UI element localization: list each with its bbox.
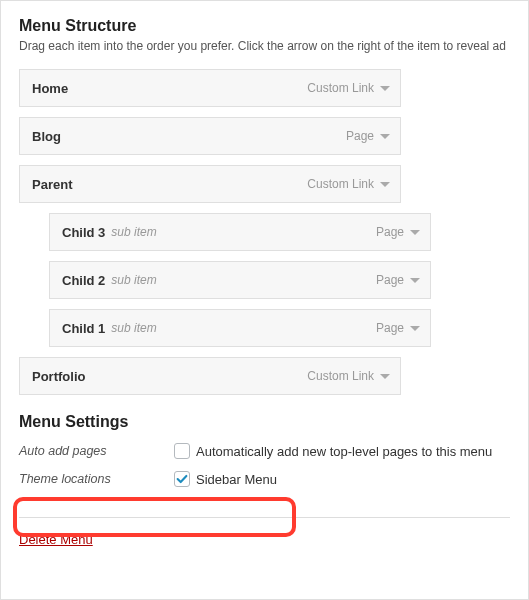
menu-item-type-label: Page	[376, 321, 404, 335]
menu-item-sub-label: sub item	[111, 321, 156, 335]
chevron-down-icon	[380, 134, 390, 139]
menu-settings-table: Auto add pages Automatically add new top…	[19, 437, 510, 493]
menu-item-title: Parent	[32, 177, 72, 192]
theme-location-text: Sidebar Menu	[196, 472, 277, 487]
menu-structure-heading: Menu Structure	[19, 17, 510, 35]
chevron-down-icon	[380, 182, 390, 187]
menu-item-title: Blog	[32, 129, 61, 144]
menu-item-type-label: Page	[346, 129, 374, 143]
menu-item-type-label: Custom Link	[307, 81, 374, 95]
menu-item-sub-label: sub item	[111, 225, 156, 239]
delete-menu-link[interactable]: Delete Menu	[19, 532, 93, 547]
menu-item-type[interactable]: Custom Link	[307, 177, 390, 191]
menu-item-title: Child 3	[62, 225, 105, 240]
auto-add-pages-row: Auto add pages Automatically add new top…	[19, 437, 510, 465]
menu-item-type[interactable]: Page	[376, 273, 420, 287]
menu-item-type-label: Custom Link	[307, 369, 374, 383]
theme-locations-label: Theme locations	[19, 472, 174, 486]
auto-add-pages-checkbox[interactable]	[174, 443, 190, 459]
menu-item-title: Home	[32, 81, 68, 96]
menu-item[interactable]: Child 3sub itemPage	[49, 213, 431, 251]
menu-item-type-label: Page	[376, 273, 404, 287]
menu-item[interactable]: PortfolioCustom Link	[19, 357, 401, 395]
auto-add-pages-label: Auto add pages	[19, 444, 174, 458]
theme-location-checkbox[interactable]	[174, 471, 190, 487]
chevron-down-icon	[380, 86, 390, 91]
menu-item-title: Child 1	[62, 321, 105, 336]
menu-item[interactable]: HomeCustom Link	[19, 69, 401, 107]
menu-item-type[interactable]: Custom Link	[307, 369, 390, 383]
menu-item-type[interactable]: Page	[376, 225, 420, 239]
menu-item-type-label: Custom Link	[307, 177, 374, 191]
chevron-down-icon	[410, 326, 420, 331]
menu-structure-instructions: Drag each item into the order you prefer…	[19, 39, 510, 53]
theme-locations-row: Theme locations Sidebar Menu	[19, 465, 510, 493]
menu-settings-heading: Menu Settings	[19, 413, 510, 431]
menu-item[interactable]: ParentCustom Link	[19, 165, 401, 203]
menu-item[interactable]: Child 2sub itemPage	[49, 261, 431, 299]
divider	[19, 517, 510, 518]
menu-item[interactable]: BlogPage	[19, 117, 401, 155]
chevron-down-icon	[380, 374, 390, 379]
chevron-down-icon	[410, 230, 420, 235]
auto-add-pages-text: Automatically add new top-level pages to…	[196, 444, 492, 459]
menu-item-sub-label: sub item	[111, 273, 156, 287]
menu-item-title: Portfolio	[32, 369, 85, 384]
menu-item-type[interactable]: Page	[376, 321, 420, 335]
chevron-down-icon	[410, 278, 420, 283]
menu-item-list: HomeCustom LinkBlogPageParentCustom Link…	[19, 69, 510, 395]
menu-item-title: Child 2	[62, 273, 105, 288]
menu-item-type-label: Page	[376, 225, 404, 239]
menu-item[interactable]: Child 1sub itemPage	[49, 309, 431, 347]
menu-item-type[interactable]: Custom Link	[307, 81, 390, 95]
menu-item-type[interactable]: Page	[346, 129, 390, 143]
menu-editor-panel: Menu Structure Drag each item into the o…	[0, 0, 529, 600]
